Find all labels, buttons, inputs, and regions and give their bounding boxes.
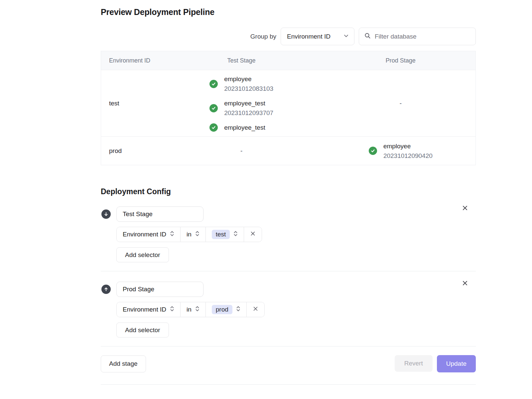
prod-stage-cell: - [326, 70, 476, 137]
footer-actions: Revert Update [395, 355, 476, 372]
deployment-entry: employee_test [209, 123, 273, 132]
selector-operator-select[interactable]: in [181, 227, 206, 242]
deployment-entry: employee 20231012090420 [369, 141, 433, 161]
selector-operator-value: in [187, 231, 192, 238]
chevron-up-down-icon [170, 306, 174, 314]
divider [101, 346, 476, 346]
prod-stage-cell: employee 20231012090420 [326, 137, 476, 165]
remove-stage-button[interactable] [461, 279, 469, 288]
page-title: Preview Deployment Pipeline [101, 0, 476, 17]
database-name: employee_test [224, 123, 265, 132]
test-stage-cell: - [157, 137, 326, 165]
selector-key-value: Environment ID [123, 306, 166, 313]
selector-key-value: Environment ID [123, 231, 166, 238]
update-button[interactable]: Update [437, 355, 476, 372]
environment-name: test [101, 70, 157, 137]
database-version: 20231012093707 [224, 108, 273, 118]
close-icon [462, 280, 468, 287]
selector-value-badge: test [212, 230, 230, 239]
chevron-up-down-icon [170, 230, 174, 238]
selector-operator-value: in [187, 306, 192, 313]
database-version: 20231012083103 [224, 84, 273, 93]
close-icon [462, 205, 468, 212]
deployment-entries: employee 20231012083103 employee_test 20… [209, 74, 273, 132]
database-version: 20231012090420 [383, 151, 433, 161]
database-name: employee [383, 141, 433, 151]
pipeline-table: Environment ID Test Stage Prod Stage tes… [101, 51, 476, 165]
chevron-down-icon [343, 33, 349, 40]
arrow-down-circle-icon [101, 209, 111, 219]
check-circle-icon [209, 104, 218, 112]
page-container: Preview Deployment Pipeline Group by Env… [101, 0, 476, 385]
stage-name-input[interactable] [116, 206, 203, 222]
selector-operator-select[interactable]: in [181, 302, 206, 317]
empty-placeholder: - [240, 147, 242, 154]
group-by-select[interactable]: Environment ID [281, 28, 354, 45]
check-circle-icon [369, 147, 377, 155]
chevron-up-down-icon [195, 306, 200, 314]
deployment-entry: employee_test 20231012093707 [209, 98, 273, 118]
stage-header [101, 206, 476, 222]
selector-row: Environment ID in test [116, 227, 476, 242]
table-header-row: Environment ID Test Stage Prod Stage [101, 51, 476, 70]
deployment-entries: employee 20231012090420 [369, 141, 433, 161]
selector-row: Environment ID in prod [116, 302, 476, 317]
toolbar: Group by Environment ID [101, 28, 476, 45]
close-icon [253, 306, 258, 313]
database-name: employee [224, 74, 273, 84]
config-footer: Add stage Revert Update [101, 355, 476, 372]
filter-database-input[interactable] [375, 33, 470, 40]
stage-name-input[interactable] [116, 282, 203, 297]
selector-bar: Environment ID in prod [116, 302, 265, 317]
column-header-environment-id: Environment ID [101, 51, 157, 70]
revert-button[interactable]: Revert [395, 355, 433, 372]
divider [101, 384, 476, 385]
selector-bar: Environment ID in test [116, 227, 262, 242]
group-by-label: Group by [250, 33, 276, 40]
check-circle-icon [209, 80, 218, 88]
remove-selector-button[interactable] [247, 302, 264, 317]
remove-stage-button[interactable] [461, 204, 469, 213]
close-icon [250, 231, 256, 238]
table-row: prod - employee 20231012090420 [101, 137, 476, 165]
config-stage-prod: Environment ID in prod [101, 271, 476, 346]
add-selector-button[interactable]: Add selector [116, 247, 169, 262]
database-name: employee_test [224, 98, 273, 108]
selector-key-select[interactable]: Environment ID [117, 227, 181, 242]
remove-selector-button[interactable] [244, 227, 262, 242]
chevron-up-down-icon [195, 230, 200, 238]
selector-value-select[interactable]: test [206, 227, 244, 242]
config-stage-test: Environment ID in test [101, 196, 476, 271]
deployment-config-title: Deployment Config [101, 187, 476, 196]
add-stage-button[interactable]: Add stage [101, 355, 146, 372]
deployment-entry: employee 20231012083103 [209, 74, 273, 93]
filter-database-box [359, 28, 476, 45]
column-header-test-stage: Test Stage [157, 51, 326, 70]
add-selector-button[interactable]: Add selector [116, 323, 169, 337]
selector-value-badge: prod [212, 305, 232, 314]
stage-header [101, 282, 476, 297]
column-header-prod-stage: Prod Stage [326, 51, 476, 70]
test-stage-cell: employee 20231012083103 employee_test 20… [157, 70, 326, 137]
chevron-up-down-icon [233, 230, 238, 238]
search-icon [364, 33, 371, 40]
selector-key-select[interactable]: Environment ID [117, 302, 181, 317]
group-by-value: Environment ID [287, 33, 331, 40]
table-row: test employee 20231012083103 [101, 70, 476, 137]
environment-name: prod [101, 137, 157, 165]
check-circle-icon [209, 123, 218, 132]
chevron-up-down-icon [236, 306, 240, 314]
arrow-up-circle-icon [101, 285, 111, 294]
selector-value-select[interactable]: prod [206, 302, 247, 317]
empty-placeholder: - [400, 100, 402, 107]
